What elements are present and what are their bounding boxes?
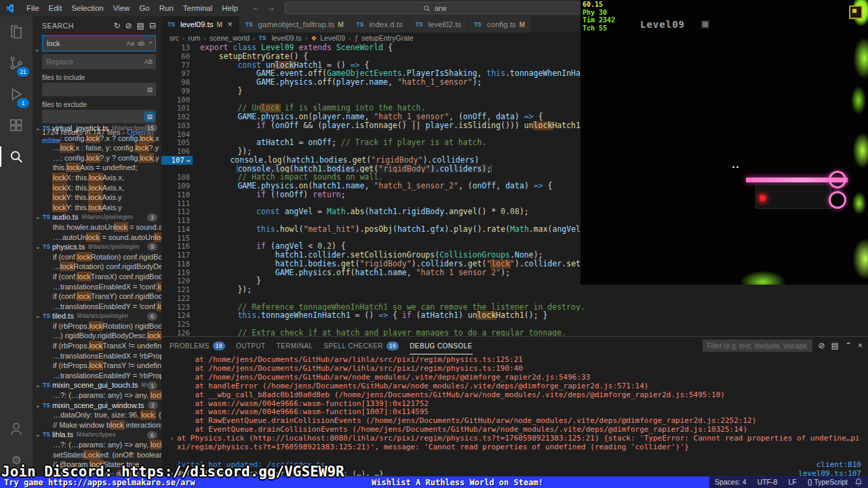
code-line[interactable]: 123 // Reference tonnageWhenInHatch1 so …: [161, 303, 868, 312]
clear-results-icon[interactable]: ⊘: [125, 21, 132, 30]
status-item[interactable]: LF: [783, 478, 802, 486]
panel-tab-terminal[interactable]: TERMINAL: [277, 337, 313, 354]
panel-tab-output[interactable]: OUTPUT: [236, 337, 266, 354]
debug-console-output[interactable]: at /home/jens/Documents/GitHub/arw/lihla…: [161, 354, 868, 476]
search-result-match[interactable]: …?: (…params: any) => any, locked?: bool…: [33, 390, 161, 401]
search-result-match[interactable]: …translationsEnabledX = !rbProps.lockTr…: [33, 351, 161, 361]
search-result-match[interactable]: …translationsEnabledX = !conf.lockTransX…: [33, 282, 161, 292]
search-result-match[interactable]: if (rbProps.lockRotation) rigidBody.rigi…: [33, 321, 161, 331]
twisty-icon[interactable]: ⌄: [35, 430, 43, 440]
code-line[interactable]: 121 });: [161, 285, 868, 294]
open-search-editor-icon[interactable]: ▤: [137, 21, 144, 30]
search-open-editors-icon[interactable]: ▤: [145, 85, 154, 94]
console-filter-box[interactable]: [703, 340, 812, 352]
search-result-match[interactable]: if (rbProps.lockTransX != undefined) rig…: [33, 341, 161, 351]
files-include-input[interactable]: [44, 85, 144, 94]
activitybar-search[interactable]: [0, 141, 33, 172]
activitybar-extensions[interactable]: [0, 110, 33, 141]
search-result-match[interactable]: lockX: this.lockAxis.x,: [33, 183, 161, 193]
breadcrumb-item[interactable]: Level09: [320, 34, 345, 42]
breadcrumb-item[interactable]: level09.ts: [271, 34, 301, 42]
breadcrumb-item[interactable]: setupEntryGrate: [361, 34, 413, 42]
activitybar-source-control[interactable]: 21: [0, 47, 33, 79]
twisty-icon[interactable]: ⌄: [35, 212, 43, 222]
toggle-replace-chevron-icon[interactable]: ⌄: [34, 45, 40, 54]
replace-input[interactable]: [44, 58, 142, 66]
menu-view[interactable]: View: [108, 4, 135, 12]
activitybar-accounts[interactable]: [0, 413, 33, 445]
status-item[interactable]: Spaces: 4: [709, 478, 752, 486]
twisty-icon[interactable]: ⌄: [35, 123, 43, 134]
search-result-file[interactable]: ⌄TSmixin_scene_gui_touch.tslihla/src/…1: [33, 380, 161, 390]
panel-views-icon[interactable]: ▤: [831, 341, 839, 350]
menu-run[interactable]: Run: [155, 4, 178, 12]
search-result-match[interactable]: this.lockAxis = undefined;: [33, 163, 161, 173]
activitybar-run-and-debug[interactable]: 1: [0, 79, 33, 110]
maximize-panel-icon[interactable]: ⌃: [845, 341, 852, 350]
search-result-file[interactable]: ⌄TSvirtual_joystick.tslihla/src/pixi/inp…: [33, 123, 161, 134]
search-result-match[interactable]: …?: (…params: any) => any, locked?: bool…: [33, 440, 161, 450]
status-item[interactable]: UTF-8: [752, 478, 783, 486]
refresh-icon[interactable]: ↻: [113, 21, 120, 30]
twisty-icon[interactable]: ⌄: [35, 242, 43, 252]
notifications-bell-icon[interactable]: [854, 478, 863, 486]
menu-selection[interactable]: Selection: [66, 4, 108, 12]
menu-terminal[interactable]: Terminal: [178, 4, 217, 12]
panel-tab-spell-checker[interactable]: SPELL CHECKER16: [323, 337, 399, 354]
search-result-match[interactable]: …dataOnly: true, size: 96, lock: { x: tr…: [33, 410, 161, 420]
search-result-file[interactable]: ⌄TStiled.tslihla/src/pixi/regim6: [33, 311, 161, 321]
game-menu-button-icon[interactable]: [849, 5, 863, 19]
search-result-match[interactable]: lockY: this.lockAxis.y: [33, 192, 161, 203]
tab-config.ts[interactable]: TSconfig.tsM: [468, 16, 532, 33]
twisty-icon[interactable]: ⌄: [35, 380, 43, 390]
search-result-match[interactable]: …translationsEnabledY = !conf.lockTransY…: [33, 302, 161, 312]
search-result-match[interactable]: …lock.x : false, y: config.lock?.y ? con…: [33, 143, 161, 153]
twisty-icon[interactable]: ›: [170, 434, 177, 452]
search-result-match[interactable]: …) rigidBody.rigidBodyDesc.lockRotation…: [33, 331, 161, 341]
status-item[interactable]: {} TypeScript: [802, 478, 853, 486]
close-tab-icon[interactable]: ×: [228, 20, 233, 29]
collapse-all-icon[interactable]: ⊟: [149, 21, 156, 30]
search-result-match[interactable]: if (conf.lockTransX) conf.rigidBodyDesc.…: [33, 272, 161, 282]
match-case-icon[interactable]: Aa: [125, 39, 136, 47]
regex-icon[interactable]: .*: [146, 39, 153, 47]
search-result-file[interactable]: ⌄TSlihla.tslihla/src/types6: [33, 430, 161, 440]
activitybar-explorer[interactable]: [0, 16, 33, 47]
history-forward-icon[interactable]: →: [267, 3, 275, 12]
search-result-match[interactable]: if (conf.lockTransY) conf.rigidBodyDesc.…: [33, 291, 161, 302]
twisty-icon[interactable]: ⌄: [35, 401, 43, 411]
search-result-match[interactable]: …lockRotation) conf.rigidBodyDesc.lockR…: [33, 262, 161, 272]
use-exclude-settings-icon[interactable]: ▤: [145, 113, 154, 121]
panel-tab-debug-console[interactable]: DEBUG CONSOLE: [410, 337, 472, 354]
search-result-match[interactable]: …: config.lock?.y ? config.lock.y : fals…: [33, 153, 161, 163]
menu-file[interactable]: File: [22, 4, 44, 12]
command-center-search[interactable]: arw: [285, 2, 585, 14]
preserve-case-icon[interactable]: AB: [143, 58, 154, 66]
search-result-match[interactable]: lockY: this.lockAxis.y: [33, 203, 161, 213]
search-result-file[interactable]: ⌄TSaudio.tslihla/src/pixi/regim3: [33, 212, 161, 222]
search-result-match[interactable]: …translationsEnabledY = !rbProps.lockTr…: [33, 371, 161, 381]
search-result-file[interactable]: ⌄TSmixin_scene_gui_window.tslihla/src…2: [33, 401, 161, 411]
tab-gameobject_falltrap.ts[interactable]: TSgameobject_falltrap.tsM: [239, 16, 351, 33]
close-panel-icon[interactable]: ×: [858, 341, 863, 350]
search-result-match[interactable]: this.howler.autoUnlock = sound.autoUnlo…: [33, 222, 161, 232]
search-input-box[interactable]: Aa ab .*: [42, 35, 156, 52]
search-input[interactable]: [45, 39, 125, 47]
whole-word-icon[interactable]: ab: [136, 39, 146, 47]
console-source-link[interactable]: level09.ts:107: [790, 470, 861, 476]
clear-console-icon[interactable]: ⊘: [818, 341, 825, 350]
console-filter-input[interactable]: [706, 342, 809, 350]
search-result-match[interactable]: …: config.lock?.x ? config.lock.x : fals…: [33, 134, 161, 144]
breadcrumb-item[interactable]: src: [170, 34, 179, 42]
game-preview-window[interactable]: 60.15Phy 30Tim 2342Tch 55 Level09: [580, 0, 868, 285]
search-result-match[interactable]: setStatesLocked: (onOff: boolean = true)…: [33, 450, 161, 460]
code-line[interactable]: 124 this.tonnageWhenInHatch1 = () => { i…: [161, 311, 868, 320]
tab-level02.ts[interactable]: TSlevel02.ts: [410, 16, 468, 33]
search-result-match[interactable]: // Make window block interactions from …: [33, 420, 161, 430]
replace-input-box[interactable]: AB: [42, 54, 156, 69]
panel-tab-problems[interactable]: PROBLEMS16: [170, 337, 225, 354]
search-result-match[interactable]: lockX: this.lockAxis.x,: [33, 173, 161, 183]
console-source-link[interactable]: client:810: [808, 461, 861, 470]
menu-go[interactable]: Go: [134, 4, 154, 12]
files-include-box[interactable]: ▤: [42, 83, 156, 96]
